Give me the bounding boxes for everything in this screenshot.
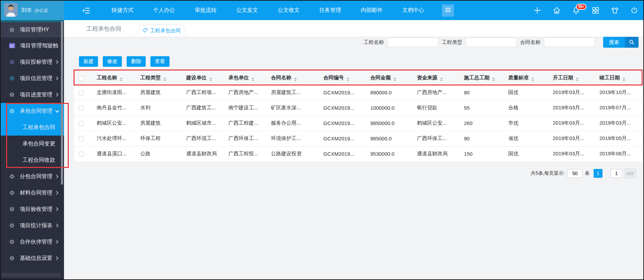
search-input-project-type[interactable] bbox=[466, 37, 517, 47]
column-header-quality-standard[interactable]: 质量标准 bbox=[499, 72, 544, 85]
chevron-right-icon bbox=[54, 93, 58, 96]
sort-icon bbox=[294, 77, 297, 81]
table-row[interactable]: 污水处理环...环保工程 广西环境工...广西环保工... 环境保护工...GC… bbox=[74, 131, 642, 146]
table-row[interactable]: 通道县溪口...公路 通道县财政局广西工程投... 公路建设投资GCXM2019… bbox=[74, 146, 642, 161]
sort-icon bbox=[393, 77, 396, 81]
row-checkbox[interactable] bbox=[79, 136, 84, 141]
sidebar-item-project-info-mgmt[interactable]: 项目信息管理 bbox=[1, 70, 64, 87]
dashboard-icon bbox=[9, 43, 15, 48]
sidebar-item-contract-mgmt[interactable]: 承包合同管理 bbox=[1, 103, 64, 119]
sidebar-item-label: 分包合同管理 bbox=[20, 173, 52, 180]
sidebar-item-project-mgmt-hy[interactable]: 项目管理HY bbox=[1, 22, 64, 37]
search-icon bbox=[625, 37, 639, 48]
add-icon[interactable] bbox=[533, 6, 542, 15]
sort-icon bbox=[440, 77, 443, 81]
sidebar-item-partner-mgmt[interactable]: 合作伙伴管理 bbox=[1, 234, 64, 250]
menu-item-internal-mail[interactable]: 内部邮件 bbox=[361, 7, 383, 14]
row-checkbox[interactable] bbox=[79, 121, 84, 126]
column-header-project-type[interactable]: 工程类型 bbox=[131, 72, 177, 85]
column-header-total-duration[interactable]: 施工总工期 bbox=[455, 72, 499, 85]
menu-item-doc-dispatch[interactable]: 公文发文 bbox=[236, 7, 258, 14]
sidebar-subitem-contract-collection[interactable]: 工程合同收款 bbox=[1, 152, 64, 168]
column-header-completion-date[interactable]: 竣工日期 bbox=[591, 72, 642, 85]
sidebar-item-progress-mgmt[interactable]: 项目进度管理 bbox=[1, 87, 64, 103]
more-menu-button[interactable] bbox=[442, 4, 454, 17]
menu-item-doc-receive[interactable]: 公文收文 bbox=[278, 7, 300, 14]
menu-fold-icon[interactable] bbox=[82, 6, 91, 15]
user-department: -办公室 bbox=[33, 7, 48, 14]
sidebar-item-acceptance-mgmt[interactable]: 项目验收管理 bbox=[1, 201, 64, 217]
column-header-construction-unit[interactable]: 建设单位 bbox=[177, 72, 220, 85]
sidebar-item-label: 项目验收管理 bbox=[20, 206, 52, 213]
select-all-checkbox[interactable] bbox=[79, 76, 84, 81]
column-header-contract-no[interactable]: 合同编号 bbox=[315, 72, 361, 85]
user-profile[interactable]: 刘丰 -办公室 bbox=[1, 1, 64, 20]
sidebar-item-label: 基础信息设置 bbox=[20, 255, 52, 262]
notifications-bell-icon[interactable]: 99+ bbox=[572, 6, 580, 15]
search-row: 工程名称 工程类型 合同名称 搜索 bbox=[364, 37, 639, 48]
home-icon[interactable] bbox=[552, 6, 561, 15]
delete-button[interactable]: 删除 bbox=[127, 56, 146, 67]
sidebar-item-basic-settings[interactable]: 基础信息设置 bbox=[1, 250, 64, 266]
row-checkbox[interactable] bbox=[79, 152, 84, 157]
gear-icon bbox=[9, 222, 15, 229]
page-size-input[interactable] bbox=[567, 169, 582, 178]
chevron-right-icon bbox=[54, 60, 58, 64]
top-menu: 快捷方式 个人办公 审批流转 公文发文 公文收文 任务管理 内部邮件 文档中心 bbox=[112, 7, 424, 14]
table-row[interactable]: 南丹县金竹...水利 广西建筑工...南宁建设工... 矿区废水深...GCXM… bbox=[74, 100, 642, 115]
table-row[interactable]: 圭塘街道雨...房屋建筑 广西工程项...广西房地产... 房屋建筑工...GC… bbox=[74, 85, 642, 100]
tag-icon bbox=[142, 28, 148, 34]
power-logout-icon[interactable] bbox=[630, 6, 639, 15]
sidebar-item-statistics-reports[interactable]: 项目统计报表 bbox=[1, 217, 64, 234]
search-input-contract-name[interactable] bbox=[544, 37, 595, 47]
sort-icon bbox=[623, 77, 625, 81]
chevron-right-icon bbox=[54, 256, 58, 260]
theme-shirt-icon[interactable] bbox=[611, 6, 619, 15]
column-header-contractor-unit[interactable]: 承包单位 bbox=[220, 72, 262, 85]
chevron-right-icon bbox=[54, 174, 58, 178]
sort-icon bbox=[163, 77, 166, 81]
gear-icon bbox=[9, 173, 15, 180]
sidebar-scrollbar[interactable] bbox=[61, 21, 63, 185]
new-button[interactable]: 新建 bbox=[79, 56, 98, 67]
sidebar-item-material-contract-mgmt[interactable]: 材料合同管理 bbox=[1, 185, 64, 201]
column-header-start-date[interactable]: 开工日期 bbox=[544, 72, 591, 85]
column-header-project-name[interactable]: 工程名称 bbox=[88, 72, 131, 85]
menu-item-personal-office[interactable]: 个人办公 bbox=[153, 7, 175, 14]
search-input-project-name[interactable] bbox=[387, 37, 438, 47]
row-checkbox[interactable] bbox=[79, 90, 84, 95]
sidebar-subitem-project-contract[interactable]: 工程承包合同 bbox=[1, 119, 64, 136]
menu-item-doc-center[interactable]: 文档中心 bbox=[402, 7, 424, 14]
toolbar: 新建 修改 删除 查看 bbox=[79, 56, 170, 67]
sidebar-item-bidding-mgmt[interactable]: 项目投标管理 bbox=[1, 54, 64, 70]
menu-item-task-mgmt[interactable]: 任务管理 bbox=[319, 7, 341, 14]
menu-item-shortcuts[interactable]: 快捷方式 bbox=[112, 7, 133, 14]
sort-icon bbox=[347, 77, 349, 81]
top-bar: 刘丰 -办公室 快捷方式 个人办公 审批流转 公文发文 公文收文 任务管理 内部… bbox=[1, 1, 643, 20]
tab-project-contract[interactable]: 工程承包合同 bbox=[135, 25, 188, 37]
column-header-fund-source[interactable]: 资金来源 bbox=[408, 72, 455, 85]
view-button[interactable]: 查看 bbox=[150, 56, 170, 67]
sidebar-item-label: 工程合同收款 bbox=[22, 157, 55, 164]
current-page-button[interactable]: 1 bbox=[594, 169, 602, 178]
edit-button[interactable]: 修改 bbox=[103, 56, 122, 67]
go-button[interactable]: GO bbox=[624, 169, 636, 178]
chevron-down-icon bbox=[55, 109, 59, 112]
sidebar-subitem-contract-change[interactable]: 承包合同变更 bbox=[1, 136, 64, 152]
sidebar-bottom-scrollbar[interactable] bbox=[1, 273, 61, 277]
search-button[interactable]: 搜索 bbox=[603, 37, 639, 48]
tab-label: 工程承包合同 bbox=[150, 28, 181, 34]
goto-page-input[interactable] bbox=[611, 169, 622, 178]
gear-icon bbox=[9, 27, 15, 33]
table-row[interactable]: 鹤城区公安...房屋建筑 鹤城区城市...广西工程建... 服务办公用...GC… bbox=[74, 115, 642, 131]
sidebar-item-subcontract-mgmt[interactable]: 分包合同管理 bbox=[1, 168, 64, 185]
sort-icon bbox=[252, 77, 254, 81]
sidebar-item-label: 工程承包合同 bbox=[22, 124, 55, 131]
column-header-contract-amount[interactable]: 合同金额 bbox=[361, 72, 408, 85]
menu-item-approval-flow[interactable]: 审批流转 bbox=[195, 7, 216, 14]
page-title: 工程承包合同 bbox=[86, 20, 121, 37]
column-header-contract-name[interactable]: 合同名称 bbox=[262, 72, 315, 85]
apps-grid-icon[interactable] bbox=[591, 6, 600, 15]
row-checkbox[interactable] bbox=[79, 106, 84, 111]
sidebar-item-dashboard[interactable]: 项目管理驾驶舱 bbox=[1, 37, 64, 54]
